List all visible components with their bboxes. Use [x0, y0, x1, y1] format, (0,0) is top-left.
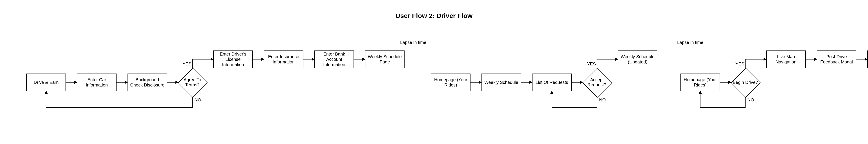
edge	[552, 91, 552, 108]
label-yes-3: YES	[736, 62, 744, 67]
label-no-1: NO	[194, 98, 201, 103]
edge	[597, 59, 597, 68]
label-yes-2: YES	[587, 62, 596, 67]
label-no-3: NO	[747, 98, 754, 103]
edge	[571, 82, 583, 82]
node-bg-check: Background Check Disclosure	[127, 74, 167, 91]
node-accept-request: Accept Request?	[583, 68, 611, 97]
edge	[856, 59, 867, 60]
edge	[303, 59, 314, 60]
node-bank-info: Enter Bank Account Information	[314, 50, 354, 68]
diagram-title: User Flow 2: Driver Flow	[0, 12, 868, 20]
node-insurance-info: Enter Insurance Information	[264, 50, 303, 68]
edge	[552, 107, 597, 108]
edge	[745, 59, 766, 60]
node-schedule-updated: Weekly Schedule (Updated)	[618, 50, 657, 68]
edge	[597, 97, 597, 108]
node-requests: List Of Requests	[532, 74, 571, 91]
edge	[192, 97, 193, 108]
edge	[720, 82, 731, 82]
node-begin-drive: Begin Drive?	[731, 68, 760, 97]
node-drive-earn: Drive & Earn	[26, 74, 66, 91]
edge	[117, 82, 127, 82]
edge	[354, 59, 365, 60]
node-weekly-schedule: Weekly Schedule	[482, 74, 521, 91]
section-3-label: Lapse in time	[677, 40, 703, 45]
divider-2	[673, 46, 673, 120]
node-feedback: Post-Drive Feedback Modal	[817, 50, 856, 68]
edge	[167, 82, 178, 82]
edge	[192, 59, 193, 68]
edge	[745, 59, 746, 68]
label-no-2: NO	[599, 98, 606, 103]
edge	[192, 59, 213, 60]
edge	[745, 97, 746, 108]
edge	[700, 107, 746, 108]
edge	[253, 59, 264, 60]
edge	[597, 59, 618, 60]
node-schedule-page: Weekly Schedule Page	[365, 50, 405, 68]
edge	[46, 107, 193, 108]
node-car-info: Enter Car Information	[77, 74, 117, 91]
edge	[806, 59, 817, 60]
edge	[521, 82, 532, 82]
edge	[66, 82, 77, 82]
edge	[700, 91, 701, 108]
node-homepage-2: Homepage (Your Rides)	[431, 74, 470, 91]
node-live-map: Live Map Navigation	[766, 50, 806, 68]
edge	[470, 82, 482, 82]
section-2-label: Lapse in time	[400, 40, 426, 45]
node-agree-terms: Agree To Terms?	[178, 68, 207, 97]
label-yes-1: YES	[183, 62, 191, 67]
flow-diagram: User Flow 2: Driver Flow Lapse in time L…	[0, 0, 868, 144]
edge	[46, 91, 46, 108]
node-license-info: Enter Driver's License Information	[213, 50, 253, 68]
node-homepage-3: Homepage (Your Rides)	[680, 74, 720, 91]
